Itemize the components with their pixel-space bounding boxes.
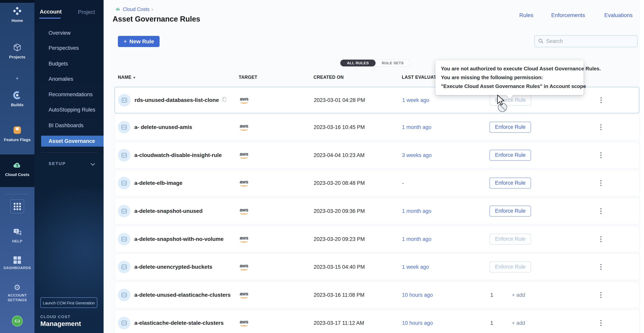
enforce-rule-button[interactable]: Enforce Rule <box>490 234 531 245</box>
page-title: Asset Governance Rules <box>112 15 200 23</box>
help-chat-icon: ? <box>13 228 22 237</box>
last-evaluated-link[interactable]: 3 weeks ago <box>402 152 432 158</box>
row-menu-kebab-icon[interactable] <box>598 318 604 328</box>
rail-collapse-toggle[interactable]: ▲ <box>0 76 34 80</box>
tab-project[interactable]: Project <box>78 9 95 15</box>
add-enforcement-link[interactable]: + add <box>512 292 525 298</box>
aws-target-icon: aws <box>239 180 249 186</box>
rail-item-feature-flags[interactable]: Feature Flags <box>0 125 34 142</box>
breadcrumb-cloud-costs-link[interactable]: Cloud Costs <box>123 7 150 12</box>
last-evaluated-link[interactable]: 1 month ago <box>402 236 431 242</box>
rail-item-help[interactable]: ? HELP <box>0 228 34 244</box>
table-row[interactable]: a-delete-elb-image aws 2023-03-20 08:48 … <box>114 170 639 196</box>
rule-icon <box>118 233 130 245</box>
table-row[interactable]: a-delete-unencrypted-buckets aws 2023-03… <box>114 254 639 280</box>
chevron-down-icon[interactable] <box>91 161 95 166</box>
sidebar-divider <box>41 152 98 153</box>
row-menu-kebab-icon[interactable] <box>598 95 604 105</box>
last-evaluated-link[interactable]: 10 hours ago <box>402 320 433 326</box>
rule-name: a-elasticache-delete-stale-clusters <box>134 320 224 326</box>
breadcrumb-separator: › <box>151 6 153 12</box>
dashboards-icon <box>14 256 21 264</box>
rule-name: a-cloudwatch-disable-insight-rule <box>134 152 222 158</box>
avatar[interactable]: CJ <box>12 315 23 326</box>
row-menu-kebab-icon[interactable] <box>598 290 604 300</box>
nav-link-rules[interactable]: Rules <box>519 12 533 19</box>
add-enforcement-link[interactable]: + add <box>512 320 525 326</box>
sidebar-item-autostopping-rules[interactable]: AutoStopping Rules <box>34 106 104 114</box>
table-row[interactable]: a-elasticache-delete-stale-clusters aws … <box>114 310 639 333</box>
col-header-last-evaluation: LAST EVALUATI <box>402 73 438 82</box>
module-selector-button[interactable] <box>10 200 24 213</box>
row-menu-kebab-icon[interactable] <box>598 122 604 132</box>
table-row[interactable]: a-delete-snapshot-unused aws 2023-03-20 … <box>114 198 639 224</box>
row-menu-kebab-icon[interactable] <box>598 234 604 244</box>
sidebar-item-anomalies[interactable]: Anomalies <box>34 75 104 83</box>
rule-icon <box>118 177 130 189</box>
rail-item-dashboards[interactable]: DASHBOARDS <box>0 256 34 270</box>
rail-item-home[interactable]: Home <box>0 6 34 23</box>
rail-label: Projects <box>9 55 26 59</box>
table-row[interactable]: a- delete-unused-amis aws 2023-03-16 10:… <box>114 114 639 140</box>
rail-item-profile[interactable]: CJ <box>0 315 34 326</box>
copy-icon[interactable] <box>222 96 227 104</box>
rule-name: a- delete-unused-amis <box>134 124 192 130</box>
rail-item-cloud-costs[interactable]: $ Cloud Costs <box>0 160 34 177</box>
enforce-rule-button[interactable]: Enforce Rule <box>490 178 531 189</box>
last-evaluated-link[interactable]: 1 week ago <box>402 264 429 270</box>
created-on: 2023-03-15 04:40 PM <box>314 264 365 270</box>
sort-caret-icon: ▾ <box>133 76 135 80</box>
aws-target-icon: aws <box>239 320 249 326</box>
tooltip-line: You are not authorized to execute Cloud … <box>441 64 578 73</box>
tab-account[interactable]: Account <box>40 9 62 15</box>
feature-flags-icon <box>12 125 22 136</box>
rail-label: Builds <box>11 103 24 107</box>
sidebar-item-bi-dashboards[interactable]: BI Dashboards <box>34 122 104 129</box>
table-row[interactable]: a-delete-snapshot-with-no-volume aws 202… <box>114 226 639 252</box>
last-evaluated-link[interactable]: 1 week ago <box>402 97 429 103</box>
setup-section-toggle[interactable]: SETUP <box>48 160 66 168</box>
row-menu-kebab-icon[interactable] <box>598 262 604 272</box>
row-menu-kebab-icon[interactable] <box>598 150 604 160</box>
row-menu-kebab-icon[interactable] <box>598 178 604 188</box>
launch-ccm-first-gen-button[interactable]: Launch CCM First Generation <box>40 297 97 308</box>
sidebar-item-recommendations[interactable]: Recommendations <box>34 91 104 98</box>
table-row[interactable]: a-cloudwatch-disable-insight-rule aws 20… <box>114 142 639 168</box>
rail-item-account-settings[interactable]: ⚙ ACCOUNT SETTINGS <box>0 283 34 302</box>
nav-link-enforcements[interactable]: Enforcements <box>551 12 585 19</box>
rail-label: Cloud Costs <box>5 172 29 177</box>
sidebar-item-budgets[interactable]: Budgets <box>34 60 104 68</box>
search-input[interactable] <box>546 38 634 44</box>
rules-view-toggle: ALL RULES RULE SETS <box>340 60 410 67</box>
rule-icon <box>118 205 130 217</box>
left-rail: Home Projects ▲ Builds Feature Flags <box>0 0 34 333</box>
sidebar-item-perspectives[interactable]: Perspectives <box>34 44 104 52</box>
last-evaluated: - <box>402 180 404 186</box>
enforce-rule-button[interactable]: Enforce Rule <box>490 206 531 217</box>
rule-name: a-delete-snapshot-unused <box>134 208 202 214</box>
rail-item-projects[interactable]: Projects <box>0 43 34 59</box>
product-name: Management <box>40 320 81 327</box>
rail-label: ACCOUNT SETTINGS <box>4 293 30 302</box>
created-on: 2023-03-16 10:45 PM <box>314 124 365 130</box>
new-rule-button[interactable]: + New Rule <box>118 36 160 47</box>
last-evaluated-link[interactable]: 10 hours ago <box>402 292 433 298</box>
rail-top-cap <box>0 0 34 3</box>
product-kicker: CLOUD COST <box>40 314 70 319</box>
enforce-rule-button[interactable]: Enforce Rule <box>490 150 531 161</box>
last-evaluated-link[interactable]: 1 month ago <box>402 124 431 130</box>
rail-item-builds[interactable]: Builds <box>0 91 34 107</box>
enforce-rule-button[interactable]: Enforce Rule <box>490 261 531 272</box>
cloud-costs-breadcrumb-icon: $ <box>115 7 121 12</box>
toggle-rule-sets[interactable]: RULE SETS <box>376 61 410 65</box>
nav-link-evaluations[interactable]: Evaluations <box>604 12 633 19</box>
last-evaluated-link[interactable]: 1 month ago <box>402 208 431 214</box>
row-menu-kebab-icon[interactable] <box>598 206 604 216</box>
table-row[interactable]: a-delete-unused-elasticache-clusters aws… <box>114 282 639 308</box>
sidebar-item-overview[interactable]: Overview <box>34 29 104 37</box>
rule-name: rds-unused-databases-list-clone <box>134 96 227 104</box>
col-header-name[interactable]: NAME▾ <box>118 73 135 82</box>
enforce-rule-button[interactable]: Enforce Rule <box>490 122 531 133</box>
toggle-all-rules[interactable]: ALL RULES <box>340 60 376 67</box>
sidebar-item-asset-governance[interactable]: Asset Governance <box>41 136 104 147</box>
